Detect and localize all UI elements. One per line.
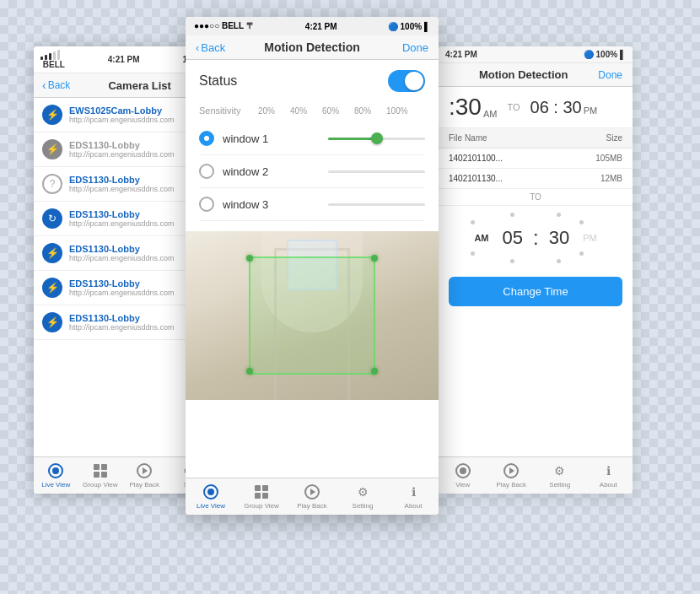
camera-list-screen: BELL 4:21 PM 100% ‹ Back Camera List ⚡ E… — [34, 46, 211, 494]
view-icon-3 — [455, 462, 471, 479]
motion-done-button[interactable]: Done — [370, 41, 428, 54]
right-nav: Motion Detection Done — [439, 63, 633, 87]
group-view-icon-1 — [92, 462, 109, 479]
slider-1[interactable] — [328, 138, 425, 140]
motion-detection-screen: ●●●○○ BELL 〒 4:21 PM 🔵 100% ▌ ‹ Back Mot… — [186, 17, 439, 515]
time-range-row: :30 AM TO 06 : 30 PM — [439, 87, 633, 128]
pm-dot-top — [579, 220, 584, 224]
camera-item-4[interactable]: ↻ EDS1130-Lobby http://ipcam.engeniusddn… — [34, 202, 211, 236]
status-row: Status — [199, 70, 425, 92]
minute-dot-top — [557, 213, 561, 217]
tab-about-2[interactable]: ℹ About — [388, 478, 439, 515]
setting-icon-3: ⚙ — [552, 462, 568, 479]
sensitivity-label: Sensitivity — [199, 105, 250, 116]
colon-separator: : — [533, 226, 539, 250]
motion-back-button[interactable]: ‹ Back — [196, 41, 254, 54]
time-from-ampm: AM — [483, 109, 498, 119]
tab-play-3[interactable]: Play Back — [487, 457, 536, 494]
camera-info-7: EDS1130-Lobby http://ipcam.engeniusddns.… — [69, 313, 202, 332]
window-row-1[interactable]: window 1 — [199, 122, 425, 155]
slider-2[interactable] — [328, 170, 425, 173]
hour-dot-bottom — [510, 259, 514, 263]
minute-wheel[interactable]: 30 — [542, 213, 576, 263]
camera-icon-6: ⚡ — [42, 278, 62, 298]
right-screen: 4:21 PM 🔵 100% ▌ Motion Detection Done :… — [439, 46, 633, 494]
hour-value: 05 — [495, 224, 529, 252]
tab-setting-label-3: Setting — [549, 481, 570, 489]
tab-group-view-1[interactable]: Group View — [78, 457, 123, 494]
camera-item-6[interactable]: ⚡ EDS1130-Lobby http://ipcam.engeniusddn… — [34, 271, 211, 305]
camera-icon-5: ⚡ — [42, 243, 62, 263]
camera-item-3[interactable]: ? EDS1130-Lobby http://ipcam.engeniusddn… — [34, 167, 211, 202]
time-2: 4:21 PM — [305, 22, 337, 31]
sens-40: 40% — [290, 106, 307, 116]
back-button-1[interactable]: ‹ Back — [42, 78, 70, 92]
camera-url-7: http://ipcam.engeniusddns.com — [69, 323, 202, 332]
camera-name-7: EDS1130-Lobby — [69, 313, 202, 323]
tab-setting-3[interactable]: ⚙ Setting — [536, 457, 584, 494]
tab-about-3[interactable]: ℹ About — [584, 457, 633, 494]
file-row-1[interactable]: 1402101100... 105MB — [439, 148, 633, 169]
signal-2: ●●●○○ BELL 〒 — [194, 20, 255, 32]
tab-group-2[interactable]: Group View — [236, 478, 287, 515]
file-size-1: 105MB — [580, 154, 622, 163]
ampm-right-wheel[interactable]: PM — [579, 220, 600, 256]
status-bar-2: ●●●○○ BELL 〒 4:21 PM 🔵 100% ▌ — [186, 17, 439, 35]
tab-about-label-2: About — [405, 502, 423, 510]
slider-3[interactable] — [328, 203, 425, 206]
tab-setting-2[interactable]: ⚙ Setting — [337, 478, 388, 515]
window-row-3[interactable]: window 3 — [199, 188, 425, 221]
file-table-header: File Name Size — [439, 128, 633, 148]
am-dot-top — [471, 220, 475, 224]
time-picker-wheels: AM 05 : 30 PM — [439, 206, 633, 270]
time-1: 4:21 PM — [108, 55, 140, 64]
right-done-button[interactable]: Done — [598, 69, 622, 81]
radio-window-3[interactable] — [199, 197, 214, 212]
picker-to-label: TO — [439, 189, 633, 206]
radio-window-1[interactable] — [199, 131, 214, 146]
camera-url-6: http://ipcam.engeniusddns.com — [69, 289, 202, 297]
tab-playback-1[interactable]: Play Back — [122, 457, 167, 494]
camera-feed — [186, 231, 439, 400]
ampm-left-wheel[interactable]: AM — [471, 220, 492, 256]
camera-icon-1: ⚡ — [42, 105, 62, 125]
camera-url-4: http://ipcam.engeniusddns.com — [69, 219, 202, 228]
change-time-button[interactable]: Change Time — [449, 277, 622, 306]
play-icon-2 — [304, 483, 320, 500]
status-toggle[interactable] — [388, 70, 425, 92]
tab-play-2[interactable]: Play Back — [287, 478, 337, 515]
minute-value: 30 — [542, 224, 576, 252]
status-bar-1: BELL 4:21 PM 100% — [34, 46, 211, 73]
tab-live-label-1: Live View — [41, 481, 70, 489]
camera-item-5[interactable]: ⚡ EDS1130-Lobby http://ipcam.engeniusddn… — [34, 236, 211, 271]
sens-60: 60% — [322, 106, 339, 116]
camera-name-6: EDS1130-Lobby — [69, 278, 202, 289]
camera-item-1[interactable]: ⚡ EWS1025Cam-Lobby http://ipcam.engenius… — [34, 98, 211, 132]
camera-info-6: EDS1130-Lobby http://ipcam.engeniusddns.… — [69, 278, 202, 297]
tab-group-label-1: Group View — [83, 481, 118, 489]
about-icon-2: ℹ — [405, 483, 422, 500]
window-label-2: window 2 — [223, 165, 320, 178]
camera-list: ⚡ EWS1025Cam-Lobby http://ipcam.engenius… — [34, 98, 211, 469]
radio-window-2[interactable] — [199, 164, 214, 179]
bottom-tabs-3: View Play Back ⚙ Setting ℹ About — [439, 456, 633, 494]
pm-option[interactable]: PM — [579, 231, 600, 245]
tab-view-3[interactable]: View — [439, 457, 487, 494]
play-icon-1 — [136, 462, 153, 479]
camera-item-7[interactable]: ⚡ EDS1130-Lobby http://ipcam.engeniusddn… — [34, 305, 211, 340]
camera-info-5: EDS1130-Lobby http://ipcam.engeniusddns.… — [69, 244, 202, 262]
file-row-2[interactable]: 1402101130... 12MB — [439, 169, 633, 189]
time-to-display: 06 : 30 — [530, 98, 582, 117]
motion-nav: ‹ Back Motion Detection Done — [186, 35, 439, 60]
hour-wheel[interactable]: 05 — [495, 213, 529, 263]
am-option[interactable]: AM — [471, 231, 492, 245]
tab-live-view-2[interactable]: Live View — [186, 478, 236, 515]
pm-dot-bottom — [579, 251, 584, 256]
camera-name-5: EDS1130-Lobby — [69, 244, 202, 254]
window-row-2[interactable]: window 2 — [199, 155, 425, 188]
camera-name-4: EDS1130-Lobby — [69, 209, 202, 219]
carrier-1: BELL — [40, 50, 65, 69]
time-3: 4:21 PM — [445, 50, 477, 59]
camera-item-2[interactable]: ⚡ EDS1130-Lobby http://ipcam.engeniusddn… — [34, 132, 211, 167]
tab-live-view-1[interactable]: Live View — [34, 457, 78, 494]
